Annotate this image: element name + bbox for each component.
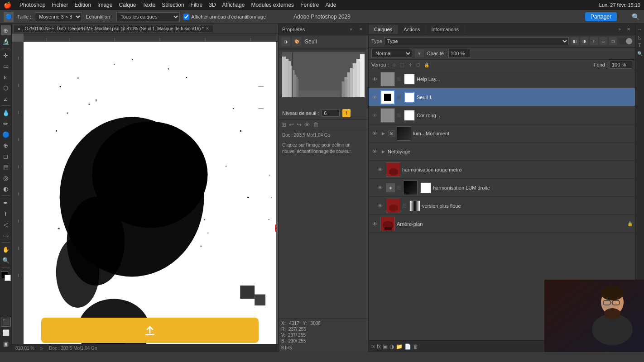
tool-eraser[interactable]: ◻: [1, 151, 11, 161]
prop-btn-2[interactable]: ↩: [289, 121, 294, 128]
tab-actions[interactable]: Actions: [398, 25, 426, 34]
tool-lasso[interactable]: ⊾: [1, 72, 11, 82]
echantillon-select[interactable]: Tous les calques: [116, 12, 180, 21]
group-arrow-3[interactable]: ▶: [380, 131, 386, 136]
layer-eye-2[interactable]: 👁: [370, 111, 379, 119]
menu-3d[interactable]: 3D: [209, 2, 216, 8]
tab-close-button[interactable]: ✕: [206, 26, 209, 31]
tool-shape[interactable]: ▭: [1, 230, 11, 240]
niveau-input[interactable]: [322, 110, 340, 117]
layer-eye-6[interactable]: 👁: [376, 184, 384, 192]
expand-icon[interactable]: »: [347, 26, 355, 33]
layer-btn-adjust[interactable]: ◑: [389, 343, 394, 350]
tool-path-select[interactable]: ◁: [1, 219, 11, 229]
taille-select[interactable]: Moyenne 3 × 3: [35, 12, 82, 21]
right-tool-3[interactable]: T: [636, 42, 644, 49]
prop-btn-4[interactable]: 👁: [304, 121, 310, 128]
menu-edition[interactable]: Edition: [74, 2, 91, 8]
tool-dodge[interactable]: ◐: [1, 184, 11, 194]
menu-affichage[interactable]: Affichage: [222, 2, 245, 8]
menu-photoshop[interactable]: Photoshop: [19, 2, 45, 8]
layer-item-6[interactable]: 👁 ◈ ⛓ harmonisation LUM droite: [369, 179, 635, 197]
tool-screen-mode[interactable]: ▣: [1, 338, 11, 348]
tool-gradient[interactable]: ▤: [1, 162, 11, 172]
lock-all-icon[interactable]: 🔒: [423, 62, 430, 68]
layer-item-1[interactable]: 👁 ⛓ Seuil 1: [369, 88, 635, 106]
tool-color-sampler[interactable]: 🔬: [1, 36, 11, 46]
prop-btn-3[interactable]: ↪: [297, 121, 302, 128]
layer-item-8[interactable]: 👁 Arrière-plan 🔒: [369, 215, 635, 233]
menu-fenetre[interactable]: Fenêtre: [300, 2, 319, 8]
upload-bar[interactable]: [41, 318, 259, 343]
anneau-checkbox-label[interactable]: Afficher anneau d'échantillonnage: [183, 12, 266, 21]
tool-brush[interactable]: ✏: [1, 119, 11, 129]
layer-eye-8[interactable]: 👁: [370, 220, 379, 228]
lock-artboard-icon[interactable]: ⬡: [415, 62, 422, 68]
filter-shape-icon[interactable]: ▭: [599, 37, 607, 45]
menu-image[interactable]: Image: [97, 2, 112, 8]
tab-calques[interactable]: Calques: [369, 25, 398, 34]
share-button[interactable]: Partager: [585, 12, 617, 21]
layer-item-5[interactable]: 👁 harmonisation rouge metro: [369, 161, 635, 179]
menu-aide[interactable]: Aide: [325, 2, 336, 8]
filter-adjust-icon[interactable]: ◑: [580, 37, 588, 45]
filter-pixel-icon[interactable]: ◧: [571, 37, 579, 45]
menu-texte[interactable]: Texte: [143, 2, 156, 8]
tool-move[interactable]: ✛: [1, 50, 11, 60]
layer-item-3[interactable]: 👁 ▶ fx lum-- Monument: [369, 124, 635, 143]
layer-item-2[interactable]: 👁 ⛓ Cor roug...: [369, 106, 635, 124]
anneau-checkbox[interactable]: [183, 12, 189, 21]
tool-text[interactable]: T: [1, 209, 11, 219]
tool-pen[interactable]: ✒: [1, 198, 11, 208]
tool-selection[interactable]: ▭: [1, 61, 11, 71]
filter-toggle[interactable]: [619, 38, 632, 44]
lock-move-icon[interactable]: ✛: [407, 62, 413, 68]
menu-fichier[interactable]: Fichier: [52, 2, 68, 8]
canvas-content[interactable]: [24, 42, 276, 344]
right-tool-1[interactable]: →: [636, 25, 644, 33]
tool-mask[interactable]: ⬛: [1, 317, 11, 327]
tool-frame[interactable]: ⬜: [1, 328, 11, 338]
tool-hand[interactable]: ✋: [1, 244, 11, 254]
tool-stamp[interactable]: 🔵: [1, 129, 11, 139]
tool-quick-select[interactable]: ⬡: [1, 83, 11, 93]
tab-informations[interactable]: Informations: [426, 25, 465, 34]
layer-btn-new[interactable]: 📄: [404, 343, 411, 350]
layer-eye-0[interactable]: 👁: [370, 75, 379, 83]
search-icon[interactable]: 🔍: [632, 13, 639, 20]
layer-eye-5[interactable]: 👁: [376, 166, 384, 174]
layer-item-7[interactable]: 👁 ⛓ version plus floue: [369, 197, 635, 215]
menu-calque[interactable]: Calque: [119, 2, 136, 8]
layer-btn-group[interactable]: 📁: [396, 343, 403, 350]
layer-eye-7[interactable]: 👁: [376, 202, 384, 210]
filter-smart-icon[interactable]: ◻: [609, 37, 617, 45]
close-properties-icon[interactable]: ✕: [357, 26, 365, 33]
image-canvas[interactable]: [24, 42, 276, 344]
layer-eye-1[interactable]: 👁: [370, 93, 379, 101]
right-tool-2[interactable]: ◺: [636, 33, 644, 41]
prop-btn-trash[interactable]: 🗑: [313, 121, 319, 128]
prop-btn-1[interactable]: ⊞: [281, 121, 286, 128]
layer-eye-3[interactable]: 👁: [370, 129, 379, 138]
menu-filtre[interactable]: Filtre: [191, 2, 203, 8]
filter-text-icon[interactable]: T: [590, 37, 598, 45]
fond-input[interactable]: [610, 61, 632, 69]
background-color[interactable]: [5, 275, 11, 281]
tool-crop[interactable]: ⊿: [1, 94, 11, 104]
tool-zoom[interactable]: 🔍: [1, 255, 11, 265]
document-tab[interactable]: ● _OZ90140-NEF_DxO_DeepPRIME-Modifier.ps…: [14, 25, 213, 32]
layers-expand-icon[interactable]: »: [616, 26, 623, 33]
right-tool-4[interactable]: 🔍: [636, 50, 644, 57]
tool-blur[interactable]: ◎: [1, 173, 11, 183]
blend-mode-select[interactable]: Normal: [371, 49, 412, 58]
group-arrow-4[interactable]: ▶: [380, 149, 386, 154]
layer-btn-delete[interactable]: 🗑: [413, 343, 418, 350]
lock-pixel-icon[interactable]: ⬚: [399, 62, 405, 68]
layer-eye-4[interactable]: 👁: [370, 148, 379, 156]
layer-btn-fx[interactable]: fx: [377, 343, 381, 350]
menu-modules[interactable]: Modules externes: [251, 2, 294, 8]
layer-item-4[interactable]: 👁 ▶ Nettoyage: [369, 143, 635, 161]
tool-eyedropper[interactable]: ⊕: [1, 25, 11, 35]
menu-selection[interactable]: Sélection: [162, 2, 184, 8]
tool-eyedropper2[interactable]: 💧: [1, 108, 11, 118]
